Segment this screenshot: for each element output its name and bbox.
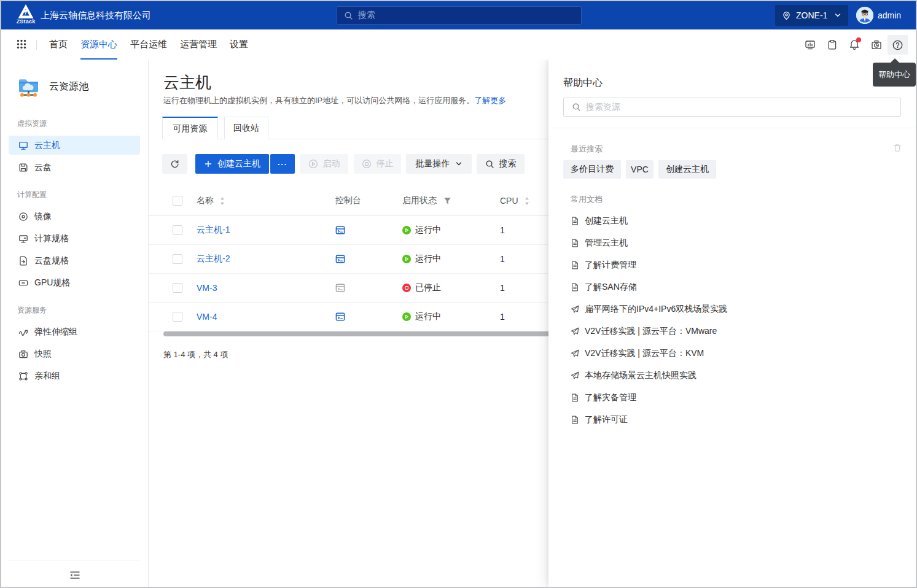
cpu-value: 1 (500, 312, 505, 322)
horizontal-scrollbar[interactable] (163, 331, 556, 336)
doc-link-label: V2V迁移实践 | 源云平台：KVM (585, 348, 704, 359)
question-circle-icon (892, 39, 903, 51)
page-title: 云主机 (163, 72, 211, 93)
sidebar-item-affinity-groups[interactable]: 亲和组 (9, 366, 140, 385)
clipboard-icon[interactable] (827, 39, 838, 50)
console-icon[interactable] (335, 312, 345, 322)
recent-search-tag[interactable]: 创建云主机 (658, 160, 716, 179)
sidebar-item-images[interactable]: 镜像 (9, 207, 140, 226)
doc-link[interactable]: 管理云主机 (571, 232, 901, 254)
status-text: 运行中 (415, 253, 441, 265)
batch-actions-button[interactable]: 批量操作 (406, 154, 472, 174)
status-text: 运行中 (415, 311, 441, 322)
common-docs-label: 常用文档 (571, 194, 603, 205)
sidebar: 云资源池 虚拟资源 云主机 云盘 计算配置 镜像 计算规格 云盘规格 GPU规格… (1, 60, 149, 587)
toolbar: 创建云主机 ··· 启动 停止 批量操作 搜索 (162, 154, 525, 174)
drawer-title: 帮助中心 (563, 77, 603, 90)
desktop-icon (18, 141, 28, 150)
start-button[interactable]: 启动 (300, 154, 348, 174)
column-header-name[interactable]: 名称 (197, 195, 214, 206)
console-icon[interactable] (335, 254, 345, 264)
send-icon (571, 371, 579, 380)
sort-icon[interactable] (219, 196, 225, 206)
nav-item-settings[interactable]: 设置 (230, 29, 248, 60)
row-checkbox[interactable] (173, 254, 182, 264)
vm-name-link[interactable]: VM-3 (197, 283, 217, 293)
search-icon (344, 11, 353, 20)
sidebar-item-snapshots[interactable]: 快照 (9, 344, 140, 363)
nav-item-home[interactable]: 首页 (49, 29, 68, 60)
sidebar-item-volumes[interactable]: 云盘 (9, 158, 140, 177)
global-search-placeholder: 搜索 (358, 10, 375, 21)
create-vm-button[interactable]: 创建云主机 (195, 154, 269, 174)
file-text-icon (571, 416, 579, 424)
nav-item-operation-mgmt[interactable]: 运营管理 (180, 29, 217, 60)
row-checkbox[interactable] (173, 312, 182, 322)
doc-link[interactable]: 本地存储场景云主机快照实践 (571, 365, 901, 387)
collapse-sidebar-icon[interactable] (69, 569, 81, 581)
learn-more-link[interactable]: 了解更多 (474, 96, 506, 105)
status-text: 运行中 (415, 225, 441, 236)
doc-link[interactable]: V2V迁移实践 | 源云平台：KVM (571, 342, 901, 365)
monitor-stat-icon[interactable] (805, 39, 816, 50)
more-actions-button[interactable]: ··· (270, 154, 295, 174)
row-checkbox[interactable] (173, 283, 182, 293)
app-grid-icon[interactable] (17, 39, 26, 49)
doc-link-label: 了解计费管理 (585, 260, 636, 271)
doc-link[interactable]: 了解SAN存储 (571, 276, 901, 298)
filter-funnel-icon[interactable] (443, 197, 451, 205)
doc-link[interactable]: 了解计费管理 (571, 254, 901, 276)
avatar-image (856, 7, 873, 24)
recent-search-tag[interactable]: VPC (626, 160, 654, 179)
doc-link[interactable]: 了解许可证 (571, 409, 901, 431)
sort-icon[interactable] (524, 196, 530, 206)
nav-item-resource-center[interactable]: 资源中心 (80, 29, 117, 60)
stop-button[interactable]: 停止 (354, 154, 401, 174)
file-text-icon (571, 393, 579, 402)
avatar[interactable] (856, 7, 873, 24)
refresh-button[interactable] (162, 154, 187, 174)
global-search-input[interactable]: 搜索 (337, 6, 582, 25)
page-description: 运行在物理机上的虚拟机实例，具有独立的IP地址，可以访问公共网络，运行应用服务。… (163, 95, 506, 106)
recent-search-tag[interactable]: 多价目计费 (563, 160, 621, 179)
doc-link[interactable]: V2V迁移实践 | 源云平台：VMware (571, 320, 901, 342)
help-search-placeholder: 搜索资源 (586, 102, 620, 113)
sidebar-item-vm-instances[interactable]: 云主机 (9, 136, 140, 155)
vm-name-link[interactable]: VM-4 (197, 312, 217, 322)
cloud-pool-icon (18, 77, 39, 97)
zstack-logo[interactable]: ZStack (12, 4, 39, 27)
console-icon-disabled (335, 283, 345, 293)
row-checkbox[interactable] (173, 225, 182, 235)
trash-icon[interactable] (893, 144, 902, 152)
table-search-button[interactable]: 搜索 (477, 154, 525, 174)
vm-name-link[interactable]: 云主机-1 (197, 225, 230, 236)
doc-link[interactable]: 了解灾备管理 (571, 387, 901, 409)
sidebar-item-label: 弹性伸缩组 (34, 327, 77, 338)
sidebar-item-autoscaling-groups[interactable]: 弹性伸缩组 (9, 322, 140, 341)
doc-link[interactable]: 创建云主机 (571, 210, 901, 232)
doc-link[interactable]: 扁平网络下的IPv4+IPv6双栈场景实践 (571, 298, 901, 320)
notification-bell[interactable] (849, 39, 860, 50)
help-search-input[interactable]: 搜索资源 (563, 98, 901, 117)
console-icon[interactable] (335, 225, 345, 235)
sidebar-item-gpu-offerings[interactable]: GPU规格 (9, 273, 140, 292)
user-name[interactable]: admin (878, 1, 901, 29)
vm-name-link[interactable]: 云主机-2 (197, 253, 230, 265)
column-header-console: 控制台 (335, 195, 361, 206)
cpu-value: 1 (500, 283, 505, 293)
camera-clock-icon[interactable] (871, 39, 882, 50)
doc-link-label: V2V迁移实践 | 源云平台：VMware (585, 326, 717, 337)
select-all-checkbox[interactable] (173, 196, 182, 206)
zone-selector[interactable]: ZONE-1 (775, 5, 848, 26)
sidebar-item-instance-offerings[interactable]: 计算规格 (9, 229, 140, 248)
tab-available-resources[interactable]: 可用资源 (162, 117, 218, 139)
sidebar-item-disk-offerings[interactable]: 云盘规格 (9, 251, 140, 270)
status-badge: 运行中 (402, 311, 441, 322)
search-icon (572, 103, 581, 112)
help-center-button[interactable] (888, 35, 908, 55)
monitor-icon (18, 234, 28, 244)
help-tooltip: 帮助中心 (873, 63, 916, 87)
tab-recycle-bin[interactable]: 回收站 (224, 117, 268, 139)
column-header-cpu[interactable]: CPU (500, 196, 518, 206)
nav-item-platform-ops[interactable]: 平台运维 (130, 29, 167, 60)
